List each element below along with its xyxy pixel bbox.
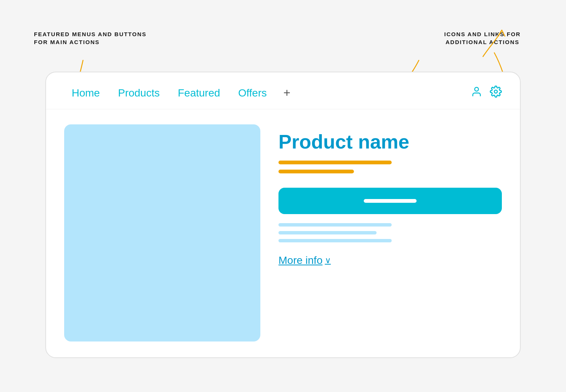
text-line-3 [278, 239, 392, 242]
desc-line-short [278, 170, 354, 173]
nav-products[interactable]: Products [111, 86, 168, 101]
desc-line-long [278, 161, 392, 164]
nav-offers[interactable]: Offers [231, 86, 274, 101]
nav-bar: Home Products Featured Offers + [46, 72, 520, 109]
product-image-placeholder [64, 124, 260, 341]
product-name: Product name [278, 130, 502, 153]
chevron-down-icon: ∨ [325, 256, 331, 265]
text-lines [278, 223, 502, 242]
more-info-link[interactable]: More info ∨ [278, 254, 502, 266]
nav-links: Home Products Featured Offers + [64, 84, 471, 101]
content-area: Product name More info ∨ [46, 109, 520, 357]
text-line-2 [278, 231, 377, 234]
user-icon[interactable] [471, 86, 482, 100]
annotation-left: FEATURED MENUS AND BUTTONSFOR MAIN ACTIO… [34, 30, 146, 46]
wireframe-card: Home Products Featured Offers + [45, 72, 521, 358]
more-info-label: More info [278, 254, 323, 266]
nav-icons [471, 86, 502, 100]
cta-button-label [364, 199, 417, 203]
outer-container: FEATURED MENUS AND BUTTONSFOR MAIN ACTIO… [23, 19, 543, 373]
text-line-1 [278, 223, 392, 227]
nav-featured[interactable]: Featured [170, 86, 228, 101]
svg-point-1 [494, 90, 497, 93]
svg-point-0 [475, 87, 478, 91]
product-details: Product name More info ∨ [278, 124, 502, 341]
cta-button[interactable] [278, 188, 502, 214]
settings-icon[interactable] [490, 86, 502, 100]
annotation-right: ICONS AND LINKS FORADDITIONAL ACTIONS [444, 30, 521, 46]
nav-home[interactable]: Home [64, 86, 108, 101]
nav-add-button[interactable]: + [277, 84, 297, 101]
